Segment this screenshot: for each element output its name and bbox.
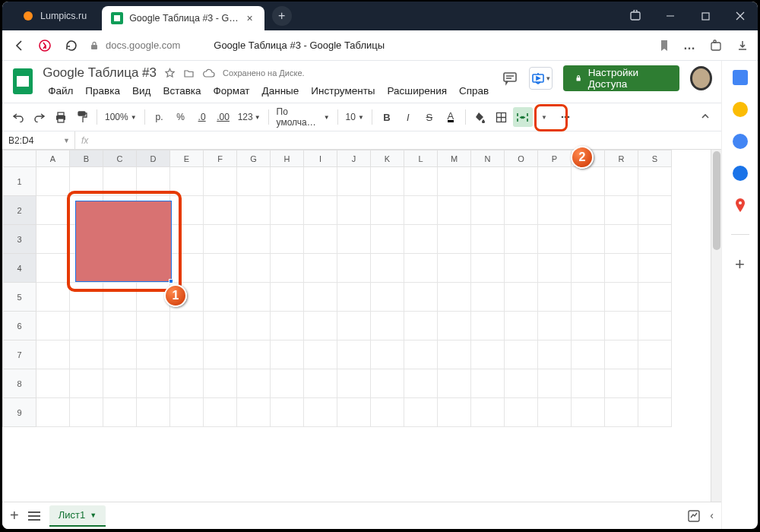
new-tab-button[interactable]: + xyxy=(272,6,292,26)
move-icon[interactable] xyxy=(183,68,195,79)
tab-search-icon[interactable] xyxy=(618,2,653,30)
select-all-corner[interactable] xyxy=(3,150,36,167)
bold-button[interactable]: B xyxy=(377,107,397,127)
menu-insert[interactable]: Вставка xyxy=(157,82,206,100)
col-header[interactable]: C xyxy=(103,150,137,167)
window-maximize-button[interactable] xyxy=(688,2,723,30)
row-header[interactable]: 9 xyxy=(3,398,36,427)
row-header[interactable]: 4 xyxy=(3,254,36,283)
borders-button[interactable] xyxy=(492,107,511,127)
more-button[interactable]: … xyxy=(683,39,695,52)
col-header[interactable]: F xyxy=(204,150,237,167)
decrease-decimal-button[interactable]: .0 xyxy=(192,107,212,127)
text-color-button[interactable]: A xyxy=(441,107,461,127)
col-header[interactable]: R xyxy=(605,150,638,167)
row-header[interactable]: 5 xyxy=(3,283,36,312)
row-header[interactable]: 2 xyxy=(3,196,36,225)
col-header[interactable]: J xyxy=(337,150,371,167)
name-box[interactable]: B2:D4▼ xyxy=(2,131,75,149)
menu-file[interactable]: Файл xyxy=(43,82,78,100)
currency-button[interactable]: р. xyxy=(150,107,169,127)
col-header[interactable]: N xyxy=(471,150,505,167)
browser-tab-active[interactable]: Google Таблица #3 - G… × xyxy=(102,6,264,30)
row-header[interactable]: 7 xyxy=(3,340,36,369)
col-header[interactable]: S xyxy=(638,150,672,167)
row-header[interactable]: 3 xyxy=(3,225,36,254)
col-header[interactable]: E xyxy=(170,150,204,167)
document-title[interactable]: Google Таблица #3 xyxy=(43,65,157,81)
menu-help[interactable]: Справ xyxy=(454,82,494,100)
col-header[interactable]: G xyxy=(237,150,271,167)
sheet-tab-active[interactable]: Лист1▼ xyxy=(49,505,106,527)
share-button[interactable]: Настройки Доступа xyxy=(563,65,680,91)
vertical-scrollbar[interactable] xyxy=(711,150,721,502)
explore-button[interactable] xyxy=(687,509,701,523)
browser-tab-inactive[interactable]: Lumpics.ru xyxy=(2,2,102,30)
menu-view[interactable]: Вид xyxy=(127,82,156,100)
maps-icon[interactable] xyxy=(733,198,748,213)
redo-button[interactable] xyxy=(30,107,49,127)
url-display[interactable]: docs.google.com xyxy=(89,40,180,51)
menu-data[interactable]: Данные xyxy=(257,82,305,100)
col-header[interactable]: A xyxy=(36,150,70,167)
comments-icon[interactable] xyxy=(502,70,518,87)
increase-decimal-button[interactable]: .00 xyxy=(214,107,233,127)
callout-badge-1: 1 xyxy=(164,284,187,307)
cloud-icon[interactable] xyxy=(202,68,215,78)
row-header[interactable]: 1 xyxy=(3,167,36,196)
tab-close-button[interactable]: × xyxy=(245,13,255,24)
col-header[interactable]: B xyxy=(70,150,103,167)
col-header[interactable]: H xyxy=(271,150,304,167)
undo-button[interactable] xyxy=(8,107,28,127)
row-header[interactable]: 8 xyxy=(3,369,36,398)
add-addon-button[interactable]: + xyxy=(735,255,745,274)
star-icon[interactable] xyxy=(164,68,176,79)
sheets-logo-icon[interactable] xyxy=(10,65,35,97)
menu-edit[interactable]: Правка xyxy=(80,82,125,100)
downloads-icon[interactable] xyxy=(736,40,749,52)
extensions-icon[interactable] xyxy=(709,39,723,52)
paint-format-button[interactable] xyxy=(72,107,92,127)
menu-format[interactable]: Формат xyxy=(208,82,255,100)
keep-icon[interactable] xyxy=(733,102,748,117)
merge-cells-button[interactable] xyxy=(513,107,533,127)
selection-handle[interactable] xyxy=(169,279,173,283)
col-header[interactable]: K xyxy=(371,150,404,167)
row-header[interactable]: 6 xyxy=(3,312,36,340)
zoom-select[interactable]: 100% ▼ xyxy=(102,107,140,127)
collapse-toolbar-button[interactable] xyxy=(695,107,715,127)
all-sheets-button[interactable] xyxy=(28,511,40,521)
bookmark-icon[interactable] xyxy=(659,40,670,52)
col-header[interactable]: P xyxy=(538,150,572,167)
nav-back-button[interactable] xyxy=(11,38,27,53)
number-format-button[interactable]: 123▼ xyxy=(235,107,264,127)
window-minimize-button[interactable] xyxy=(653,2,688,30)
chevron-left-icon[interactable]: ‹ xyxy=(710,509,714,523)
calendar-icon[interactable] xyxy=(733,70,748,85)
print-button[interactable] xyxy=(51,107,71,127)
tasks-icon[interactable] xyxy=(733,134,748,149)
fill-color-button[interactable] xyxy=(470,107,490,127)
window-close-button[interactable] xyxy=(723,2,758,30)
menu-extensions[interactable]: Расширения xyxy=(382,82,453,100)
present-button[interactable]: ▾ xyxy=(529,67,552,90)
menu-tools[interactable]: Инструменты xyxy=(306,82,380,100)
formula-bar: B2:D4▼ fx xyxy=(2,131,721,150)
italic-button[interactable]: I xyxy=(398,107,418,127)
account-avatar[interactable] xyxy=(690,66,712,90)
col-header[interactable]: L xyxy=(404,150,438,167)
strikethrough-button[interactable]: S xyxy=(420,107,439,127)
col-header[interactable]: M xyxy=(438,150,471,167)
nav-reload-button[interactable] xyxy=(63,38,78,53)
col-header[interactable]: I xyxy=(304,150,337,167)
fontsize-select[interactable]: 10 ▼ xyxy=(343,107,367,127)
selected-merged-cell[interactable] xyxy=(75,201,172,282)
contacts-icon[interactable] xyxy=(733,166,748,181)
col-header[interactable]: O xyxy=(505,150,538,167)
spreadsheet-grid[interactable]: A B C D E F G H I J K L M xyxy=(2,150,711,502)
add-sheet-button[interactable]: + xyxy=(10,507,19,524)
font-select[interactable]: По умолча…▼ xyxy=(274,107,333,127)
percent-button[interactable]: % xyxy=(171,107,191,127)
yandex-home-icon[interactable] xyxy=(37,38,52,53)
col-header[interactable]: D xyxy=(137,150,170,167)
